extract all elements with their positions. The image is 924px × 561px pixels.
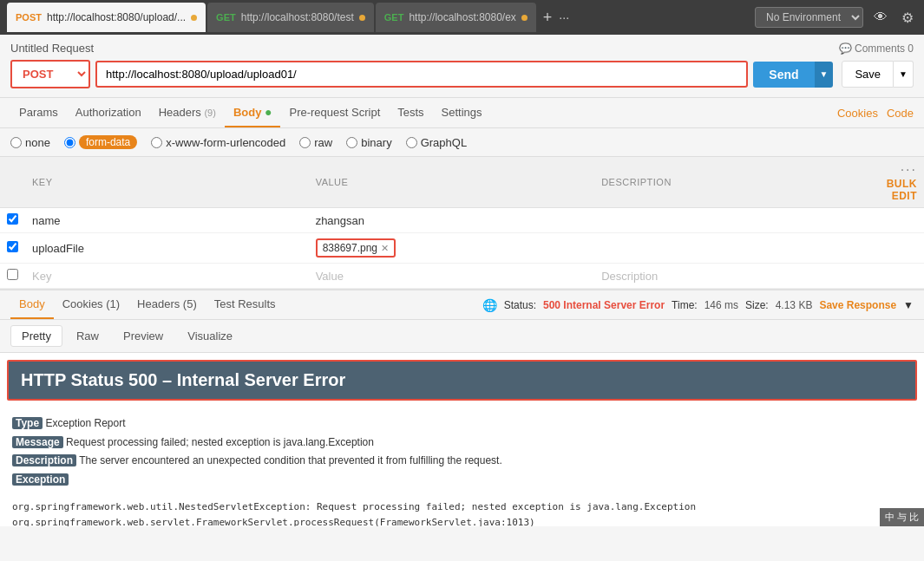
error-message: Message Request processing failed; neste…	[12, 434, 912, 453]
error-title: HTTP Status 500 – Internal Server Error	[21, 370, 903, 390]
params-table: KEY VALUE DESCRIPTION ··· Bulk Edit name…	[0, 157, 924, 289]
response-content: HTTP Status 500 – Internal Server Error …	[0, 353, 924, 526]
radio-form-data[interactable]: form-data	[64, 135, 137, 149]
globe-icon: 🌐	[482, 298, 497, 312]
tab-1-dot	[191, 15, 197, 21]
tab-pre-request[interactable]: Pre-request Script	[280, 99, 389, 127]
radio-graphql[interactable]: GraphQL	[406, 136, 467, 149]
tab-headers[interactable]: Headers (9)	[150, 99, 225, 127]
radio-urlencoded[interactable]: x-www-form-urlencoded	[151, 136, 285, 149]
row-1-desc[interactable]	[594, 208, 880, 233]
response-tabs-bar: Body Cookies (1) Headers (5) Test Result…	[0, 289, 924, 320]
more-tabs-button[interactable]: ···	[559, 10, 569, 24]
row-2-key[interactable]: uploadFile	[25, 233, 309, 264]
resp-tab-body[interactable]: Body	[10, 290, 54, 319]
error-description: Description The server encountered an un…	[12, 452, 912, 471]
row-2-checkbox[interactable]	[7, 241, 18, 252]
save-response-button[interactable]: Save Response	[819, 299, 896, 311]
url-bar: POST GET PUT DELETE Send ▼ Save ▼	[10, 60, 914, 88]
file-tag: 838697.png ✕	[316, 238, 396, 258]
cookies-link[interactable]: Cookies	[837, 107, 878, 120]
resp-tab-test-results[interactable]: Test Results	[206, 290, 285, 319]
tab-authorization[interactable]: Authorization	[67, 99, 150, 127]
watermark: 中 与 比	[880, 508, 924, 526]
size-label: Size:	[745, 299, 769, 311]
row-1-key[interactable]: name	[25, 208, 309, 233]
req-tab-right: Cookies Code	[837, 107, 914, 120]
exception-label: Exception	[12, 473, 69, 486]
tab-2[interactable]: GET http://localhost:8080/test	[207, 3, 374, 32]
error-details: Type Exception Report Message Request pr…	[0, 408, 924, 496]
environment-selector[interactable]: No Environment	[755, 7, 863, 28]
tab-1-method: POST	[16, 12, 42, 23]
format-tab-raw[interactable]: Raw	[66, 326, 109, 346]
code-link[interactable]: Code	[887, 107, 914, 120]
key-header: KEY	[25, 157, 309, 208]
tab-tests[interactable]: Tests	[389, 99, 432, 127]
size-value: 4.13 KB	[776, 299, 813, 311]
eye-icon-button[interactable]: 👁	[870, 6, 891, 29]
tab-body[interactable]: Body ●	[225, 98, 281, 127]
bulk-edit-button[interactable]: Bulk Edit	[887, 178, 917, 202]
add-tab-button[interactable]: +	[538, 9, 558, 27]
radio-binary[interactable]: binary	[346, 136, 391, 149]
error-stack: org.springframework.web.util.NestedServl…	[0, 496, 924, 526]
format-tab-visualize[interactable]: Visualize	[177, 326, 243, 346]
row-2-desc[interactable]	[594, 233, 880, 264]
resp-tab-headers[interactable]: Headers (5)	[128, 290, 206, 319]
tab-settings[interactable]: Settings	[433, 99, 491, 127]
format-tabs-bar: Pretty Raw Preview Visualize	[0, 320, 924, 353]
tab-1-url: http://localhost:8080/upload/...	[47, 11, 186, 23]
request-header: Untitled Request 💬 Comments 0 POST GET P…	[0, 35, 924, 98]
tab-3-method: GET	[384, 12, 404, 23]
tab-2-dot	[359, 15, 365, 21]
check-header	[0, 157, 25, 208]
comments-button[interactable]: 💬 Comments 0	[839, 42, 914, 55]
method-selector[interactable]: POST GET PUT DELETE	[10, 60, 90, 88]
tab-3[interactable]: GET http://localhost:8080/ex	[376, 3, 536, 32]
error-type: Type Exception Report	[12, 414, 912, 434]
format-tab-pretty[interactable]: Pretty	[10, 325, 62, 347]
tab-2-url: http://localhost:8080/test	[241, 11, 354, 23]
row-3-checkbox[interactable]	[7, 269, 18, 280]
request-title: Untitled Request	[10, 42, 94, 55]
message-label: Message	[12, 436, 63, 448]
save-button[interactable]: Save	[842, 61, 894, 88]
send-dropdown-button[interactable]: ▼	[815, 62, 834, 88]
row-3-key[interactable]: Key	[25, 264, 309, 289]
format-tab-preview[interactable]: Preview	[113, 326, 174, 346]
save-dropdown-button[interactable]: ▼	[894, 61, 914, 88]
row-3-value[interactable]: Value	[309, 264, 595, 289]
dots-icon[interactable]: ···	[901, 162, 917, 177]
resp-tab-cookies[interactable]: Cookies (1)	[54, 290, 128, 319]
time-label: Time:	[672, 299, 698, 311]
file-remove-button[interactable]: ✕	[381, 243, 389, 254]
tab-3-url: http://localhost:8080/ex	[409, 11, 515, 23]
radio-none[interactable]: none	[10, 136, 50, 149]
url-input[interactable]	[95, 61, 748, 88]
tab-2-method: GET	[216, 12, 236, 23]
desc-header: DESCRIPTION	[594, 157, 880, 208]
settings-icon-button[interactable]: ⚙	[898, 6, 917, 29]
save-response-dropdown[interactable]: ▼	[903, 299, 914, 311]
row-2-value[interactable]: 838697.png ✕	[309, 233, 595, 264]
send-button[interactable]: Send	[753, 62, 814, 88]
save-btn-group: Save ▼	[842, 61, 914, 88]
description-label: Description	[12, 454, 76, 466]
row-1-checkbox[interactable]	[7, 213, 18, 225]
tab-actions: No Environment 👁 ⚙	[755, 6, 917, 29]
message-value: Request processing failed; nested except…	[66, 436, 374, 448]
tab-params[interactable]: Params	[10, 99, 67, 127]
time-value: 146 ms	[704, 299, 738, 311]
radio-raw[interactable]: raw	[299, 136, 332, 149]
row-1-value[interactable]: zhangsan	[309, 208, 595, 233]
table-row: uploadFile 838697.png ✕	[0, 233, 924, 264]
request-title-bar: Untitled Request 💬 Comments 0	[10, 42, 914, 55]
row-3-desc[interactable]: Description	[594, 264, 880, 289]
body-type-bar: none form-data x-www-form-urlencoded raw…	[0, 128, 924, 157]
tab-1[interactable]: POST http://localhost:8080/upload/...	[7, 3, 206, 32]
http-error-header: HTTP Status 500 – Internal Server Error	[7, 360, 917, 401]
type-value: Exception Report	[45, 417, 125, 429]
error-exception: Exception	[12, 471, 912, 490]
stack-line-1: org.springframework.web.util.NestedServl…	[12, 499, 912, 515]
